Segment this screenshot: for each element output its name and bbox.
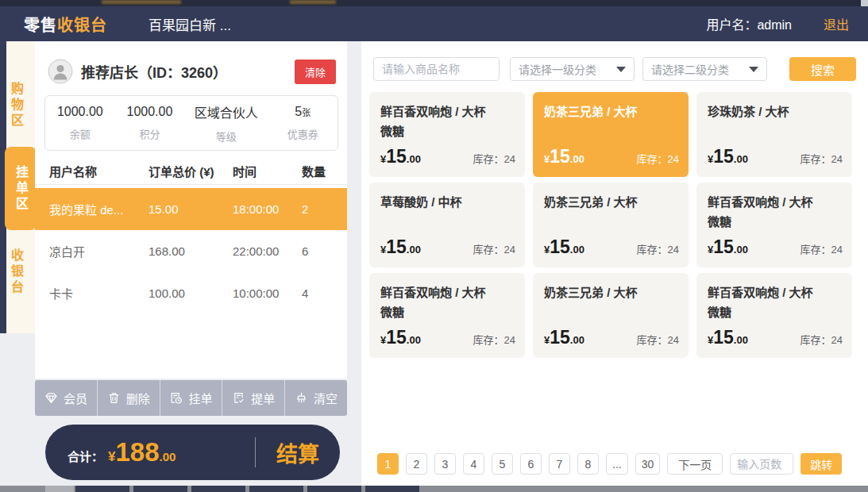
delete-button[interactable]: 删除 — [98, 380, 160, 416]
jump-button[interactable]: 跳转 — [800, 453, 842, 475]
stat-value: 1000.00 — [45, 105, 115, 119]
next-page-button[interactable]: 下一页 — [667, 453, 723, 475]
page-button[interactable]: 4 — [463, 453, 484, 475]
hold-order-button[interactable]: 挂单 — [160, 380, 223, 416]
product-price-decimals: .00 — [734, 153, 748, 165]
page-button[interactable]: 2 — [406, 453, 427, 475]
category2-select[interactable]: 请选择二级分类 — [642, 57, 767, 81]
member-button[interactable]: 会员 — [35, 380, 98, 416]
retrieve-order-icon — [232, 391, 245, 405]
background-window-fragment — [191, 486, 245, 492]
product-stock: 库存：24 — [637, 151, 679, 166]
col-header-qty: 数量 — [302, 163, 339, 179]
background-window-fragment — [45, 486, 74, 492]
product-subtitle: 微糖 — [380, 302, 515, 322]
product-price-decimals: .00 — [570, 153, 584, 165]
stat-balance: 1000.00 余额 — [45, 105, 115, 141]
page-button[interactable]: 7 — [549, 453, 570, 475]
product-title: 草莓酸奶 / 中杯 — [380, 192, 515, 212]
product-card[interactable]: 奶茶三兄弟 / 大杯 ¥15.00库存：24 — [533, 183, 689, 267]
settle-button[interactable]: 结算 — [256, 437, 340, 468]
product-price: 15 — [386, 236, 407, 258]
cell-time: 18:00:00 — [233, 202, 302, 216]
category1-select[interactable]: 请选择一级分类 — [510, 57, 635, 81]
product-card[interactable]: 鲜百香双响炮 / 大杯微糖 ¥15.00库存：24 — [696, 273, 852, 358]
product-price-decimals: .00 — [407, 244, 421, 256]
product-card[interactable]: 奶茶三兄弟 / 大杯 ¥15.00库存：24 — [533, 92, 689, 177]
product-title: 鲜百香双响炮 / 大杯 — [380, 102, 515, 121]
product-stock: 库存：24 — [637, 241, 679, 256]
product-filter-row: 请选择一级分类 请选择二级分类 搜索 — [361, 57, 868, 81]
product-card[interactable]: 鲜百香双响炮 / 大杯微糖 ¥15.00库存：24 — [369, 92, 525, 177]
table-row[interactable]: 卡卡 100.00 10:00:00 4 — [35, 272, 347, 314]
currency-symbol: ¥ — [108, 449, 115, 465]
page-ellipsis-button[interactable]: ... — [606, 453, 628, 475]
page-number-input[interactable] — [730, 453, 793, 475]
pos-screen: 零售收银台 百果园白新 ... 用户名：admin 退出 购物区 挂单区 收银台… — [0, 0, 868, 492]
page-button[interactable]: 8 — [577, 453, 599, 475]
product-card[interactable]: 奶茶三兄弟 / 大杯 ¥15.00库存：24 — [533, 273, 689, 358]
col-header-username: 用户名称 — [49, 163, 149, 179]
product-name-input[interactable] — [373, 57, 500, 81]
table-row[interactable]: 我的果粒 de... 15.00 18:00:00 2 — [35, 188, 347, 230]
product-title: 鲜百香双响炮 / 大杯 — [708, 192, 843, 212]
side-tab-cashier[interactable]: 收银台 — [6, 230, 25, 313]
product-price: 15 — [713, 146, 734, 167]
table-row[interactable]: 凉白开 168.00 22:00:00 6 — [35, 230, 347, 272]
cell-qty: 6 — [302, 244, 339, 258]
page-button[interactable]: 1 — [377, 453, 399, 475]
action-label: 清空 — [314, 390, 338, 406]
side-tab-shopping-area[interactable]: 购物区 — [6, 63, 25, 147]
topbar-right: 用户名：admin 退出 — [706, 14, 849, 33]
product-subtitle: 微糖 — [708, 212, 843, 232]
product-card[interactable]: 鲜百香双响炮 / 大杯微糖 ¥15.00库存：24 — [369, 273, 525, 358]
product-title: 鲜百香双响炮 / 大杯 — [380, 283, 515, 302]
stat-value: 5张 — [268, 105, 338, 119]
member-row: 推荐店长（ID：3260） 清除 — [35, 41, 347, 84]
page-button[interactable]: 5 — [492, 453, 513, 475]
background-window-fragment — [861, 0, 868, 6]
search-button[interactable]: 搜索 — [789, 57, 856, 81]
order-total: 合计： ¥ 188 .00 — [45, 437, 255, 467]
action-label: 删除 — [126, 390, 150, 406]
side-tab-held-orders[interactable]: 挂单区 — [5, 147, 37, 230]
background-window-fragment — [290, 0, 336, 4]
member-avatar-icon — [48, 59, 73, 84]
hold-order-icon — [169, 391, 183, 405]
background-window-fragment — [133, 486, 187, 492]
member-order-panel: 推荐店长（ID：3260） 清除 1000.00 余额 1000.00 积分 区… — [35, 41, 347, 379]
store-tab[interactable]: 百果园白新 ... — [149, 14, 231, 34]
logout-button[interactable]: 退出 — [824, 14, 849, 33]
cell-time: 10:00:00 — [233, 286, 302, 300]
total-decimals: .00 — [160, 450, 176, 463]
product-card[interactable]: 珍珠奶茶 / 大杯 ¥15.00库存：24 — [696, 92, 852, 177]
retrieve-order-button[interactable]: 提单 — [222, 380, 285, 416]
page-button[interactable]: 6 — [520, 453, 542, 475]
clear-cart-button[interactable]: 清空 — [285, 380, 347, 416]
clear-member-button[interactable]: 清除 — [295, 60, 336, 84]
top-edge-strip — [0, 0, 868, 6]
product-stock: 库存：24 — [473, 241, 515, 256]
page-button[interactable]: 3 — [434, 453, 456, 475]
page-button[interactable]: 30 — [635, 453, 661, 475]
product-price: 15 — [713, 327, 734, 348]
product-subtitle: 微糖 — [708, 302, 843, 322]
order-action-bar: 会员 删除 挂单 提单 清空 — [35, 380, 347, 416]
product-title: 奶茶三兄弟 / 大杯 — [544, 102, 679, 121]
product-price: 15 — [386, 146, 407, 167]
checkout-bar: 合计： ¥ 188 .00 结算 — [45, 425, 340, 480]
product-title: 珍珠奶茶 / 大杯 — [708, 102, 843, 121]
product-panel: 请选择一级分类 请选择二级分类 搜索 鲜百香双响炮 / 大杯微糖 ¥15.00库… — [361, 41, 868, 486]
cell-qty: 2 — [302, 202, 339, 216]
product-card[interactable]: 鲜百香双响炮 / 大杯微糖 ¥15.00库存：24 — [696, 183, 852, 267]
table-header-row: 用户名称 订单总价 (¥) 时间 数量 — [35, 159, 347, 183]
action-label: 提单 — [251, 390, 275, 406]
member-stats-card: 1000.00 余额 1000.00 积分 区域合伙人 等级 5张 优惠券 — [44, 95, 338, 151]
background-window-fragment — [102, 0, 181, 4]
stat-label: 等级 — [184, 129, 268, 144]
action-label: 会员 — [64, 390, 87, 406]
product-card[interactable]: 草莓酸奶 / 中杯 ¥15.00库存：24 — [369, 183, 525, 267]
app-title: 零售收银台 — [24, 13, 107, 36]
product-title: 鲜百香双响炮 / 大杯 — [708, 283, 843, 302]
product-price: 15 — [550, 327, 570, 348]
